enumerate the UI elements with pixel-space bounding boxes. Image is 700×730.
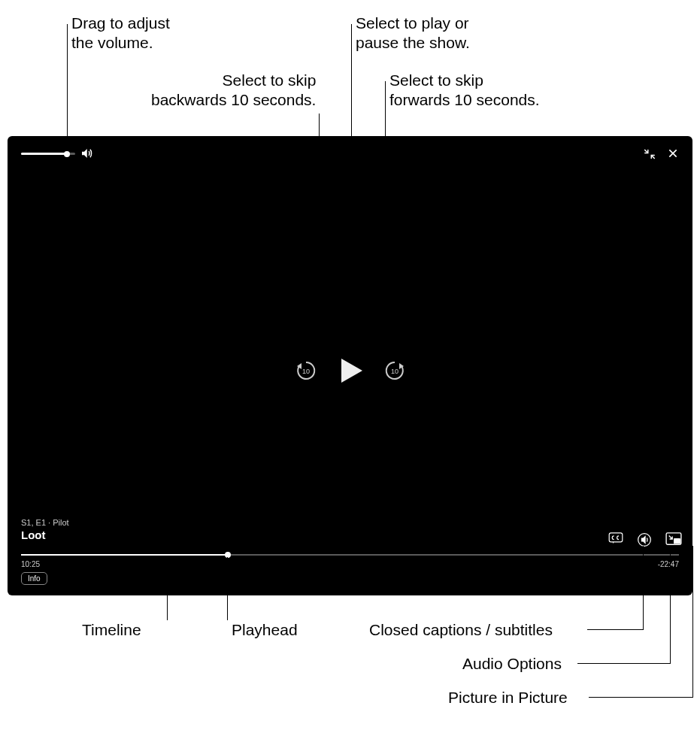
play-icon [341, 359, 362, 383]
svg-rect-5 [609, 533, 623, 542]
volume-slider[interactable] [21, 153, 75, 155]
show-title: Loot [21, 529, 69, 541]
transport-controls: 10 10 [8, 359, 692, 383]
video-player: 10 10 S1, E1 · Pilot Loot [8, 136, 692, 595]
callout-leader [589, 697, 693, 698]
volume-fill [21, 153, 67, 155]
play-button[interactable] [338, 359, 362, 383]
callout-pip: Picture in Picture [448, 688, 568, 707]
close-icon[interactable] [667, 147, 679, 159]
picture-in-picture-button[interactable] [665, 532, 680, 544]
episode-metadata: S1, E1 · Pilot Loot [21, 518, 69, 541]
info-button[interactable]: Info [21, 572, 47, 585]
svg-text:10: 10 [390, 368, 398, 375]
callout-leader [670, 546, 671, 664]
closed-captions-button[interactable] [608, 532, 623, 544]
callout-leader [577, 663, 671, 664]
timeline-fill [21, 554, 228, 556]
skip-forward-button[interactable]: 10 [383, 359, 406, 382]
callout-cc: Closed captions / subtitles [369, 620, 553, 640]
callout-skip-back: Select to skip backwards 10 seconds. [151, 71, 316, 111]
bottom-right-controls [608, 532, 680, 544]
svg-rect-9 [674, 538, 680, 544]
callout-skip-forward: Select to skip forwards 10 seconds. [389, 71, 540, 111]
callout-leader [227, 557, 228, 620]
time-elapsed: 10:25 [21, 560, 40, 568]
volume-icon[interactable] [80, 147, 93, 160]
timeline[interactable] [21, 553, 679, 556]
volume-thumb[interactable] [64, 151, 70, 157]
svg-marker-0 [82, 149, 87, 158]
skip-back-button[interactable]: 10 [295, 359, 317, 382]
callout-leader [587, 629, 644, 630]
callout-playhead: Playhead [232, 620, 298, 640]
callout-leader [643, 546, 644, 630]
time-remaining: -22:47 [658, 560, 679, 568]
audio-options-button[interactable] [637, 532, 652, 544]
callout-volume: Drag to adjust the volume. [71, 14, 170, 53]
callout-leader [67, 24, 68, 150]
callout-play-pause: Select to play or pause the show. [356, 14, 470, 53]
svg-marker-7 [641, 535, 646, 544]
episode-subtitle: S1, E1 · Pilot [21, 518, 69, 527]
svg-text:10: 10 [302, 368, 309, 375]
callout-leader [167, 557, 168, 620]
exit-fullscreen-icon[interactable] [643, 147, 656, 161]
callout-audio: Audio Options [462, 654, 562, 674]
callout-timeline: Timeline [82, 620, 141, 640]
callout-leader [692, 546, 693, 698]
